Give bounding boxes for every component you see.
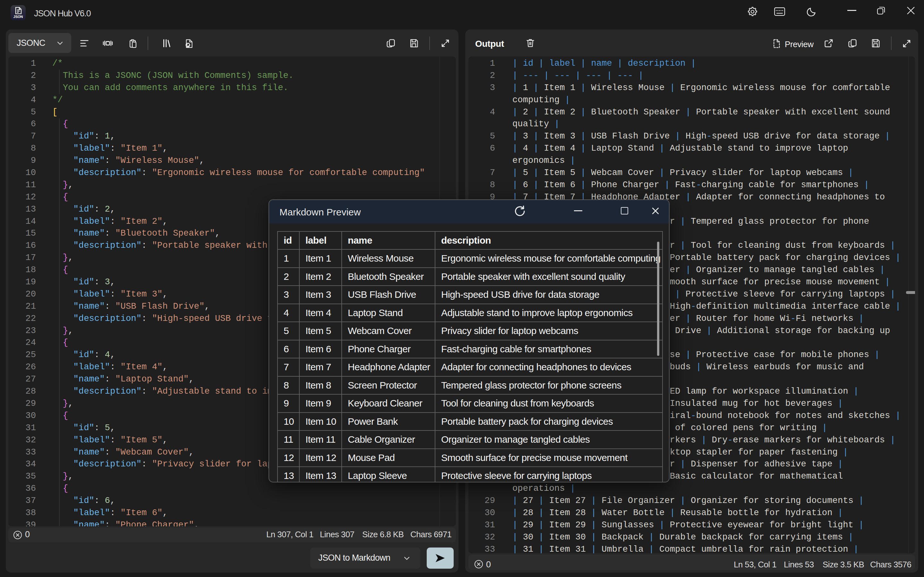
- svg-text:JSON: JSON: [13, 15, 23, 19]
